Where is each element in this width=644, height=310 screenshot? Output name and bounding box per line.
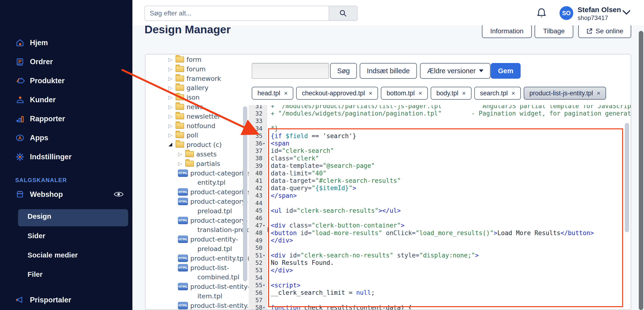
expander-icon[interactable]: ▷ — [168, 76, 173, 82]
megaphone-icon — [15, 295, 25, 305]
aeldre-versioner-dropdown[interactable]: Ældre versioner — [420, 63, 490, 79]
fold-arrow-icon[interactable]: ▾ — [262, 142, 268, 145]
code-text: data-template="@search-page" — [268, 162, 375, 169]
gem-save-button[interactable]: Gem — [491, 63, 520, 79]
editor-search-input[interactable] — [252, 63, 329, 79]
orders-icon — [15, 57, 25, 67]
tab-close-icon[interactable]: × — [418, 90, 422, 97]
expander-icon[interactable]: ▷ — [168, 57, 173, 63]
tree-item-newsletter[interactable]: ▷newsletter — [168, 113, 220, 120]
tree-item-product-list-entity-[interactable]: HTMLproduct-list-entity- — [178, 283, 250, 290]
sidebar-subitem-sociale-medier[interactable]: Sociale medier — [28, 251, 78, 259]
sidebar-item-webshop[interactable]: Webshop — [15, 190, 63, 199]
tree-item-product-categories-[interactable]: HTMLproduct-categories- — [178, 170, 253, 177]
sidebar-item-prisportaler[interactable]: Prisportaler — [15, 295, 71, 305]
expander-icon[interactable]: ▷ — [177, 161, 183, 167]
tree-item-wrap[interactable]: combined.tpl — [198, 273, 240, 281]
information-button[interactable]: Information — [482, 24, 532, 38]
chart-icon — [15, 114, 25, 124]
tab-body-tpl[interactable]: body.tpl× — [431, 87, 472, 100]
sidebar-subitem-filer[interactable]: Filer — [28, 270, 42, 278]
tree-item-json[interactable]: ▷json — [168, 94, 200, 101]
tab-bottom-tpl[interactable]: bottom.tpl× — [381, 87, 428, 100]
expander-icon[interactable]: ▷ — [177, 151, 183, 157]
sidebar-item-produkter[interactable]: Produkter — [15, 76, 64, 86]
sidebar-item-indstillinger[interactable]: Indstillinger — [15, 152, 72, 162]
tab-close-icon[interactable]: × — [462, 90, 466, 97]
tree-item-forum[interactable]: ▷forum — [168, 65, 206, 73]
code-line-53: 53</div> — [249, 266, 631, 274]
tree-item-poll[interactable]: ▷poll — [168, 131, 198, 139]
sidebar-item-rapporter[interactable]: Rapporter — [15, 114, 65, 124]
tree-item-wrap[interactable]: item.tpl — [198, 292, 222, 300]
sidebar-item-ordrer[interactable]: Ordrer — [15, 57, 53, 67]
tree-item-product-list-entity-tpl[interactable]: HTMLproduct-list-entity.tpl — [178, 302, 257, 309]
tree-item-wrap[interactable]: preload.tpl — [198, 207, 232, 215]
tree-item-product-entity-[interactable]: HTMLproduct-entity- — [178, 236, 238, 243]
tree-item-wrap[interactable]: entity.tpl — [198, 179, 226, 186]
tree-item-label: product-entity- — [190, 236, 238, 243]
expander-icon[interactable]: ▷ — [168, 132, 173, 138]
tree-item-gallery[interactable]: ▷gallery — [168, 84, 208, 92]
tree-item-news[interactable]: ▷news — [168, 103, 203, 110]
sidebar-subitem-design[interactable]: Design — [28, 212, 51, 220]
tree-item-product-category-[interactable]: HTMLproduct-category- — [178, 198, 248, 205]
fold-arrow-icon[interactable]: ▾ — [262, 306, 268, 309]
expander-icon[interactable]: ▷ — [168, 94, 173, 100]
eye-icon[interactable] — [114, 190, 124, 198]
tab-head-tpl[interactable]: head.tpl× — [252, 87, 293, 100]
sidebar: HjemOrdrerProdukterKunderRapporterAppsIn… — [0, 0, 132, 310]
tag-icon — [15, 76, 25, 86]
se-online-button[interactable]: Se online — [578, 24, 631, 38]
expander-open-icon[interactable] — [168, 142, 173, 148]
tree-item-product-list-[interactable]: HTMLproduct-list- — [178, 264, 229, 271]
expander-icon[interactable]: ▷ — [168, 66, 173, 72]
tree-item-wrap[interactable]: preload.tpl — [198, 245, 232, 252]
code-line-38: 38class="clerk" — [249, 154, 631, 162]
tree-item-product-c-[interactable]: product (c) — [168, 141, 222, 148]
soeg-button[interactable]: Søg — [330, 63, 357, 79]
fold-arrow-icon[interactable]: ▾ — [262, 254, 268, 257]
tree-item-product-category-[interactable]: HTMLproduct-category- — [178, 217, 248, 224]
indsaet-billede-button[interactable]: Indsæt billede — [360, 63, 417, 79]
sidebar-item-apps[interactable]: Apps — [15, 133, 48, 143]
editor-scrollbar[interactable] — [625, 123, 629, 232]
user-avatar[interactable]: SO — [560, 6, 573, 20]
tree-item-assets[interactable]: ▷assets — [177, 150, 217, 158]
tree-scrollbar[interactable] — [243, 106, 247, 281]
tilbage-button[interactable]: Tilbage — [534, 24, 573, 38]
tab-product-list-js-entity-tpl[interactable]: product-list-js-entity.tpl× — [524, 87, 606, 100]
line-number: 54 — [249, 274, 262, 281]
folder-icon — [176, 57, 184, 63]
fold-arrow-icon[interactable]: ▾ — [262, 224, 268, 227]
tab-close-icon[interactable]: × — [284, 90, 288, 97]
line-number: 42 — [249, 185, 262, 192]
sidebar-subitem-sider[interactable]: Sider — [28, 232, 45, 240]
expander-icon[interactable]: ▷ — [168, 123, 173, 129]
fold-arrow-icon[interactable]: ▾ — [262, 283, 268, 287]
tree-item-notfound[interactable]: ▷notfound — [168, 122, 216, 129]
tree-item-framework[interactable]: ▷framework — [168, 75, 221, 82]
tree-item-label: preload.tpl — [198, 245, 232, 252]
tree-item-partials[interactable]: ▷partials — [177, 160, 220, 167]
tab-checkout-approved-tpl[interactable]: checkout-approved.tpl× — [296, 87, 378, 100]
chevron-down-icon[interactable] — [622, 10, 631, 15]
global-search-input[interactable] — [144, 6, 329, 21]
html-file-icon: HTML — [178, 283, 188, 290]
tab-close-icon[interactable]: × — [597, 90, 600, 97]
notification-bell-icon[interactable] — [536, 8, 547, 19]
tree-item-form[interactable]: ▷form — [168, 56, 202, 63]
sidebar-item-kunder[interactable]: Kunder — [15, 95, 56, 105]
customer-icon — [15, 95, 25, 105]
tab-close-icon[interactable]: × — [512, 90, 515, 97]
tab-close-icon[interactable]: × — [369, 90, 372, 97]
expander-icon[interactable]: ▷ — [168, 104, 173, 110]
global-search-button[interactable] — [329, 6, 358, 21]
expander-icon[interactable]: ▷ — [168, 113, 173, 119]
expander-icon[interactable]: ▷ — [168, 85, 173, 91]
tree-item-label: combined.tpl — [198, 273, 240, 281]
tab-search-tpl[interactable]: search.tpl× — [474, 87, 521, 100]
code-editor[interactable]: 31+ '/modules/product/partials/list-js-p… — [249, 105, 631, 310]
sidebar-item-hjem[interactable]: Hjem — [15, 38, 48, 48]
page-scrollbar[interactable] — [639, 31, 643, 310]
